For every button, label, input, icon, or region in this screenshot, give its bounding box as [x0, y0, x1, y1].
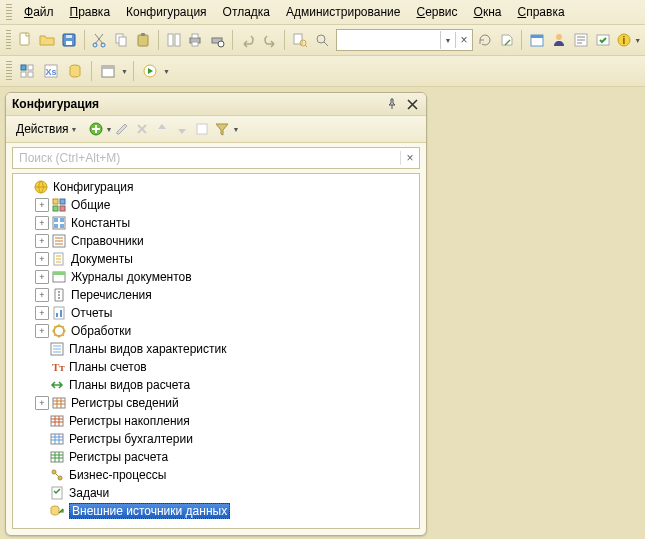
expand-icon[interactable]: +: [35, 396, 49, 410]
run-debug-button[interactable]: [139, 60, 161, 82]
tasks-icon: [49, 485, 65, 501]
properties-button[interactable]: [571, 29, 591, 51]
check-button[interactable]: [593, 29, 613, 51]
tree-node-label: Перечисления: [71, 288, 152, 302]
menu-windows[interactable]: Окна: [466, 3, 510, 21]
expand-icon[interactable]: +: [35, 288, 49, 302]
tree-root[interactable]: Конфигурация: [17, 178, 415, 196]
menu-service[interactable]: Сервис: [408, 3, 465, 21]
copy-button[interactable]: [111, 29, 131, 51]
calendar-button[interactable]: [527, 29, 547, 51]
cut-button[interactable]: [90, 29, 110, 51]
run-debug-dropdown-icon[interactable]: ▼: [163, 68, 170, 75]
tree-node-journals[interactable]: +Журналы документов: [33, 268, 415, 286]
print-button[interactable]: [186, 29, 206, 51]
calendar2-dropdown-icon[interactable]: ▼: [121, 68, 128, 75]
tree-node-calc-types[interactable]: Планы видов расчета: [33, 376, 415, 394]
tree-node-external-sources[interactable]: Внешние источники данных: [33, 502, 415, 520]
tree-node-label: Отчеты: [71, 306, 112, 320]
menu-configuration[interactable]: Конфигурация: [118, 3, 215, 21]
tree-node-processors[interactable]: +Обработки: [33, 322, 415, 340]
goto-button[interactable]: [497, 29, 517, 51]
configuration-tree[interactable]: Конфигурация +Общие+Константы+Справочник…: [12, 173, 420, 529]
svg-point-53: [58, 291, 60, 293]
tree-node-info-registers[interactable]: +Регистры сведений: [33, 394, 415, 412]
actions-menu-button[interactable]: Действия ▼: [12, 121, 82, 137]
filter-dropdown-icon[interactable]: ▼: [232, 126, 239, 133]
syntax-helper-button[interactable]: Xs: [40, 60, 62, 82]
delete-button[interactable]: [132, 119, 152, 139]
help-button[interactable]: i: [614, 29, 634, 51]
menu-administration[interactable]: Администрирование: [278, 3, 408, 21]
undo-button[interactable]: [238, 29, 258, 51]
find-button[interactable]: [290, 29, 310, 51]
menu-help[interactable]: Справка: [509, 3, 572, 21]
tree-node-constants[interactable]: +Константы: [33, 214, 415, 232]
redo-button[interactable]: [260, 29, 280, 51]
global-search-field[interactable]: [337, 33, 440, 47]
panel-search[interactable]: ×: [12, 147, 420, 169]
add-dropdown-icon[interactable]: ▼: [106, 126, 113, 133]
tree-node-tasks[interactable]: Задачи: [33, 484, 415, 502]
calendar2-button[interactable]: [97, 60, 119, 82]
main-toolbar-2: Xs ▼ ▼: [0, 56, 645, 87]
print-preview-button[interactable]: [207, 29, 227, 51]
expand-icon[interactable]: +: [35, 252, 49, 266]
tree-node-accounts[interactable]: TтПланы счетов: [33, 358, 415, 376]
global-search-input[interactable]: ▼ ×: [336, 29, 473, 51]
panel-close-button[interactable]: [404, 96, 420, 112]
filter-button[interactable]: [212, 119, 232, 139]
tree-node-label: Справочники: [71, 234, 144, 248]
tree-node-enums[interactable]: +Перечисления: [33, 286, 415, 304]
edit-button[interactable]: [112, 119, 132, 139]
new-document-button[interactable]: [15, 29, 35, 51]
pin-icon[interactable]: [384, 96, 400, 112]
menubar-gripper[interactable]: [6, 4, 12, 20]
tree-node-label: Документы: [71, 252, 133, 266]
info-registers-icon: [51, 395, 67, 411]
svg-text:Xs: Xs: [45, 67, 56, 77]
expand-icon[interactable]: +: [35, 324, 49, 338]
sort-button[interactable]: [192, 119, 212, 139]
configuration-tree-button[interactable]: [16, 60, 38, 82]
search-icon[interactable]: [312, 29, 332, 51]
expand-icon[interactable]: +: [35, 306, 49, 320]
menu-edit[interactable]: Правка: [62, 3, 119, 21]
svg-text:i: i: [623, 35, 626, 46]
svg-rect-7: [119, 37, 126, 46]
svg-rect-57: [56, 313, 58, 317]
tree-node-catalogs[interactable]: +Справочники: [33, 232, 415, 250]
refresh-button[interactable]: [475, 29, 495, 51]
tree-node-calc-registers[interactable]: Регистры расчета: [33, 448, 415, 466]
panel-search-input[interactable]: [13, 151, 400, 165]
expand-icon[interactable]: +: [35, 216, 49, 230]
tree-node-general[interactable]: +Общие: [33, 196, 415, 214]
save-button[interactable]: [59, 29, 79, 51]
move-up-button[interactable]: [152, 119, 172, 139]
user-button[interactable]: [549, 29, 569, 51]
toolbar2-gripper[interactable]: [6, 61, 12, 81]
add-button[interactable]: [86, 119, 106, 139]
search-dropdown-icon[interactable]: ▼: [440, 31, 455, 49]
tree-node-label: Обработки: [71, 324, 131, 338]
expand-icon[interactable]: +: [35, 198, 49, 212]
search-clear-button[interactable]: ×: [455, 32, 472, 48]
toolbar1-gripper[interactable]: [6, 30, 11, 50]
tree-node-documents[interactable]: +Документы: [33, 250, 415, 268]
paste-button[interactable]: [133, 29, 153, 51]
menu-debug[interactable]: Отладка: [215, 3, 278, 21]
tree-node-char-types[interactable]: Планы видов характеристик: [33, 340, 415, 358]
db-button[interactable]: [64, 60, 86, 82]
panel-search-clear[interactable]: ×: [400, 151, 419, 165]
move-down-button[interactable]: [172, 119, 192, 139]
tree-node-reports[interactable]: +Отчеты: [33, 304, 415, 322]
menu-file[interactable]: Файл: [16, 3, 62, 21]
expand-icon[interactable]: +: [35, 234, 49, 248]
tree-node-accum-registers[interactable]: Регистры накопления: [33, 412, 415, 430]
tree-node-accounting-registers[interactable]: Регистры бухгалтерии: [33, 430, 415, 448]
help-dropdown-icon[interactable]: ▼: [634, 37, 641, 44]
tree-node-business-processes[interactable]: Бизнес-процессы: [33, 466, 415, 484]
expand-icon[interactable]: +: [35, 270, 49, 284]
open-button[interactable]: [37, 29, 57, 51]
compare-button[interactable]: [164, 29, 184, 51]
